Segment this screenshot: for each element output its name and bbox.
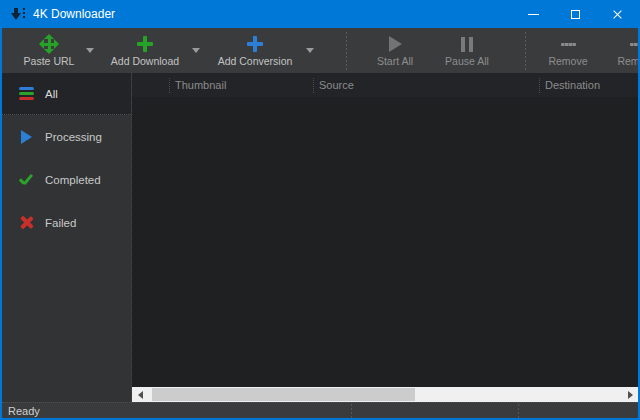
sidebar-item-label: Completed (45, 174, 101, 186)
remove-button-2[interactable]: Remove (602, 30, 638, 72)
sidebar-item-label: All (45, 88, 58, 100)
add-download-label: Add Download (111, 55, 179, 67)
maximize-icon (571, 10, 580, 19)
chevron-down-icon (86, 48, 94, 53)
pause-all-label: Pause All (445, 55, 489, 67)
status-bar: Ready (2, 402, 638, 418)
add-conversion-button[interactable]: Add Conversion (210, 30, 300, 72)
paste-url-button[interactable]: Paste URL (18, 30, 80, 72)
content-area: All Processing Completed Failed Thumbnai… (2, 73, 638, 402)
sidebar-item-label: Failed (45, 217, 76, 229)
scroll-left-button[interactable] (132, 387, 148, 402)
paste-url-dropdown[interactable] (80, 30, 100, 72)
filter-lines-icon (18, 86, 34, 102)
toolbar: Paste URL Add Download Add Conversion St… (2, 28, 638, 73)
minus-icon (561, 34, 576, 54)
minus-icon (630, 34, 639, 54)
download-list-empty[interactable] (132, 97, 638, 387)
add-download-plus-icon (136, 34, 154, 54)
play-icon (18, 129, 34, 145)
remove-button[interactable]: Remove (540, 30, 596, 72)
app-window: 4K Downloader Paste URL Add Download (0, 0, 640, 420)
toolbar-separator (525, 32, 526, 70)
close-icon (612, 9, 623, 20)
column-header-thumbnail[interactable]: Thumbnail (169, 78, 313, 93)
window-title: 4K Downloader (33, 7, 115, 21)
maximize-button[interactable] (554, 0, 596, 28)
status-text: Ready (8, 405, 40, 417)
download-list-panel: Thumbnail Source Destination (132, 73, 638, 402)
list-header: Thumbnail Source Destination (132, 73, 638, 97)
minimize-button[interactable] (512, 0, 554, 28)
paste-url-label: Paste URL (24, 55, 75, 67)
pause-all-button[interactable]: Pause All (435, 30, 499, 72)
close-button[interactable] (596, 0, 638, 28)
start-all-button[interactable]: Start All (363, 30, 427, 72)
app-icon (10, 6, 26, 22)
remove-2-label: Remove (617, 55, 638, 67)
sidebar-item-label: Processing (45, 131, 102, 143)
sidebar-item-processing[interactable]: Processing (2, 115, 131, 158)
status-separator (351, 404, 352, 418)
scroll-right-button[interactable] (622, 387, 638, 402)
column-header-source[interactable]: Source (313, 78, 539, 93)
add-download-button[interactable]: Add Download (104, 30, 186, 72)
add-conversion-dropdown[interactable] (300, 30, 320, 72)
check-icon (18, 172, 34, 188)
start-all-label: Start All (377, 55, 413, 67)
minimize-icon (528, 14, 539, 15)
remove-label: Remove (548, 55, 587, 67)
sidebar-item-failed[interactable]: Failed (2, 201, 131, 244)
chevron-right-icon (628, 391, 633, 399)
column-header-destination[interactable]: Destination (539, 78, 638, 93)
window-controls (512, 0, 638, 28)
add-conversion-label: Add Conversion (218, 55, 293, 67)
chevron-down-icon (306, 48, 314, 53)
scrollbar-thumb[interactable] (152, 388, 415, 401)
filter-sidebar: All Processing Completed Failed (2, 73, 132, 402)
chevron-down-icon (192, 48, 200, 53)
pause-icon (461, 34, 473, 54)
sidebar-filler (2, 244, 131, 402)
status-separator (518, 404, 519, 418)
horizontal-scrollbar[interactable] (132, 387, 638, 402)
add-conversion-plus-icon (246, 34, 264, 54)
add-download-dropdown[interactable] (186, 30, 206, 72)
toolbar-separator (346, 32, 347, 70)
x-icon (18, 215, 34, 231)
title-bar[interactable]: 4K Downloader (2, 0, 638, 28)
chevron-left-icon (138, 391, 143, 399)
play-icon (389, 34, 402, 54)
paste-url-plus-icon (39, 34, 59, 54)
sidebar-item-completed[interactable]: Completed (2, 158, 131, 201)
sidebar-item-all[interactable]: All (2, 73, 131, 115)
